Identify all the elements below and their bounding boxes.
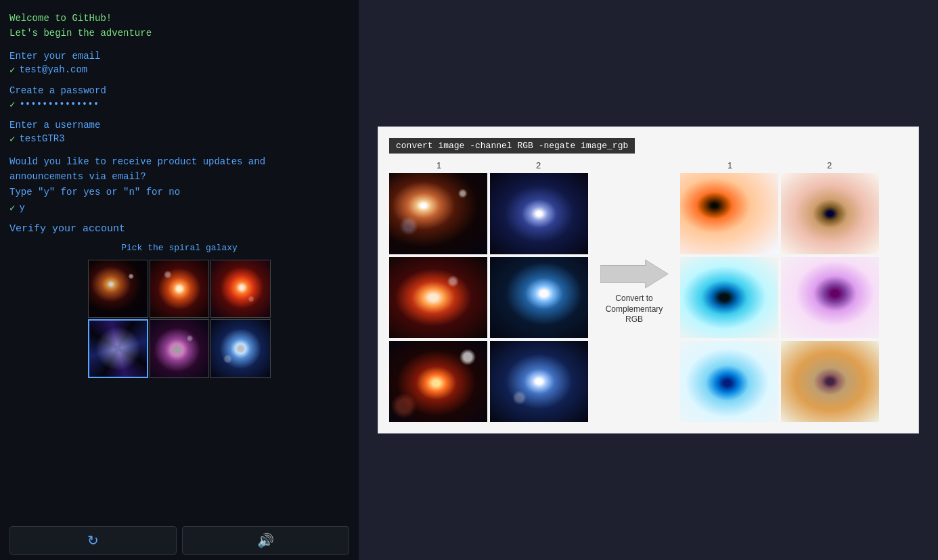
email-row: ✓ test@yah.com <box>9 64 349 76</box>
refresh-button[interactable]: ↻ <box>9 526 177 555</box>
answer-row: ✓ y <box>9 202 349 214</box>
left-images-block: 1 2 <box>389 160 588 422</box>
diagram-body: 1 2 Convert toComplementaryRGB <box>389 160 908 422</box>
username-row: ✓ testGTR3 <box>9 133 349 145</box>
answer-value: y <box>19 202 24 213</box>
right-col1-label: 1 <box>728 160 732 170</box>
arrow-icon <box>600 257 668 291</box>
verify-label: Verify your account <box>9 223 349 235</box>
email-check-icon: ✓ <box>9 64 15 76</box>
captcha-cell-1[interactable] <box>88 260 148 319</box>
audio-button[interactable]: 🔊 <box>182 526 349 555</box>
welcome-line1: Welcome to GitHub! <box>9 11 349 26</box>
password-check-icon: ✓ <box>9 99 15 110</box>
img-left-1 <box>389 173 487 254</box>
captcha-cell-4[interactable] <box>88 319 148 378</box>
img-right-5 <box>680 341 778 422</box>
command-bar: convert image -channel RGB -negate image… <box>389 138 635 154</box>
images-left <box>389 173 588 422</box>
question-line1: Would you like to receive product update… <box>9 154 349 169</box>
password-label: Create a password <box>9 85 349 96</box>
img-left-4 <box>490 257 588 338</box>
username-value: testGTR3 <box>19 133 64 144</box>
img-left-2 <box>490 173 588 254</box>
question-line3: Type "y" for yes or "n" for no <box>9 185 349 200</box>
captcha-cell-6[interactable] <box>210 319 271 378</box>
img-right-6 <box>781 341 879 422</box>
img-left-5 <box>389 341 487 422</box>
welcome-line2: Let's begin the adventure <box>9 26 349 41</box>
left-col-labels: 1 2 <box>389 160 588 170</box>
password-value: •••••••••••••• <box>19 99 99 110</box>
arrow-label: Convert toComplementaryRGB <box>606 294 663 325</box>
captcha-cell-2[interactable] <box>150 260 210 319</box>
right-col2-label: 2 <box>827 160 832 170</box>
images-right <box>680 173 879 422</box>
welcome-text: Welcome to GitHub! Let's begin the adven… <box>9 11 349 41</box>
captcha-grid <box>88 260 271 378</box>
audio-icon: 🔊 <box>257 532 274 549</box>
captcha-cell-3[interactable] <box>210 260 271 319</box>
question-line2: announcements via email? <box>9 169 349 184</box>
arrow-box: Convert toComplementaryRGB <box>594 257 675 325</box>
img-left-6 <box>490 341 588 422</box>
right-panel: convert image -channel RGB -negate image… <box>359 0 938 560</box>
email-label: Enter your email <box>9 51 349 62</box>
question-text: Would you like to receive product update… <box>9 154 349 200</box>
img-left-3 <box>389 257 487 338</box>
password-row: ✓ •••••••••••••• <box>9 99 349 110</box>
svg-marker-0 <box>600 260 668 288</box>
right-images-block: 1 2 <box>680 160 879 422</box>
captcha-instruction: Pick the spiral galaxy <box>9 243 349 253</box>
left-col1-label: 1 <box>437 160 441 170</box>
diagram-container: convert image -channel RGB -negate image… <box>378 126 919 434</box>
img-right-3 <box>680 257 778 338</box>
bottom-buttons: ↻ 🔊 <box>0 521 359 560</box>
img-right-4 <box>781 257 879 338</box>
left-col2-label: 2 <box>536 160 541 170</box>
refresh-icon: ↻ <box>87 532 99 549</box>
left-panel: Welcome to GitHub! Let's begin the adven… <box>0 0 359 560</box>
right-col-labels: 1 2 <box>680 160 879 170</box>
email-value: test@yah.com <box>19 64 87 75</box>
answer-check-icon: ✓ <box>9 202 15 214</box>
username-label: Enter a username <box>9 120 349 131</box>
img-right-1 <box>680 173 778 254</box>
img-right-2 <box>781 173 879 254</box>
username-check-icon: ✓ <box>9 133 15 145</box>
captcha-cell-5[interactable] <box>150 319 210 378</box>
